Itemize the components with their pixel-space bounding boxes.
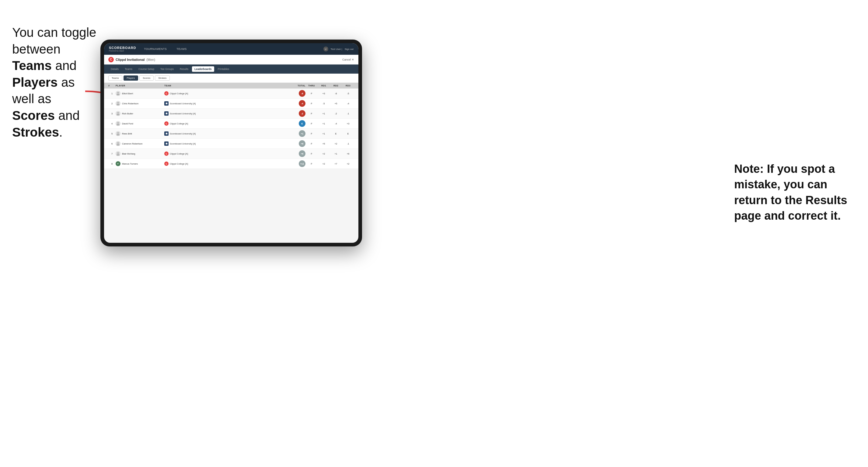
user-avatar: U	[323, 46, 328, 52]
rd2: +1	[330, 152, 342, 155]
rank: 1	[108, 92, 116, 95]
rd3: -5	[342, 92, 354, 95]
col-rd2: RD2	[330, 84, 342, 87]
sign-out-link[interactable]: Sign out	[345, 48, 353, 51]
rd2: E	[330, 132, 342, 135]
total-cell: E	[287, 120, 306, 127]
rd3: -1	[342, 112, 354, 115]
col-rank: #	[108, 84, 116, 87]
rd1: +1	[318, 132, 330, 135]
rd3: -4	[342, 102, 354, 105]
player-cell: Chris Robertson	[116, 101, 164, 106]
thru: F	[306, 102, 318, 105]
col-rd3: RD3	[342, 84, 354, 87]
team-logo: ▦	[164, 111, 168, 116]
player-name: David Ford	[122, 122, 133, 125]
toggle-scores[interactable]: Scores	[140, 75, 154, 81]
subnav-tee-groups[interactable]: Tee Groups	[158, 66, 176, 72]
svg-point-3	[118, 112, 119, 114]
rd3: +3	[342, 122, 354, 125]
player-avatar	[116, 101, 121, 106]
col-total: TOTAL	[287, 84, 306, 87]
total-cell: +6	[287, 150, 306, 157]
team-logo: ▦	[164, 131, 168, 136]
tablet-screen: SCOREBOARD Powered by clippd TOURNAMENTS…	[104, 43, 359, 243]
thru: F	[306, 152, 318, 155]
team-name: Scoreboard University [A]	[170, 143, 196, 145]
table-row[interactable]: 7 Blair McHarg C Clippd College [A] +6 F…	[104, 149, 359, 159]
tablet-frame: SCOREBOARD Powered by clippd TOURNAMENTS…	[100, 39, 362, 246]
player-avatar	[116, 151, 121, 156]
player-name: Cameron Robertson	[122, 143, 143, 145]
team-logo: C	[164, 121, 168, 126]
player-name: Chris Robertson	[122, 102, 138, 105]
player-name: Elliot Ebert	[122, 92, 133, 95]
table-row[interactable]: 8 MT Marcus Turners C Clippd College [A]…	[104, 159, 359, 169]
team-cell: C Clippd College [A]	[164, 91, 287, 96]
rd2: -2	[330, 112, 342, 115]
tournament-name: Clippd Invitational	[116, 58, 145, 61]
rank: 7	[108, 152, 116, 155]
rd1: -5	[318, 102, 330, 105]
rd1: +2	[318, 162, 330, 165]
toggle-strokes[interactable]: Strokes	[155, 75, 170, 81]
rd2: +7	[330, 162, 342, 165]
col-rd1: RD1	[318, 84, 330, 87]
header-right: U Test User | Sign out	[323, 46, 353, 52]
player-cell: Blair McHarg	[116, 151, 164, 156]
rd3: +2	[342, 162, 354, 165]
team-logo: ▦	[164, 101, 168, 105]
col-player: PLAYER	[116, 84, 164, 87]
rd2: +5	[330, 102, 342, 105]
player-avatar: MT	[116, 161, 121, 166]
total-cell: +1	[287, 130, 306, 137]
rd3: E	[342, 132, 354, 135]
team-cell: ▦ Scoreboard University [A]	[164, 131, 287, 136]
player-name: Rees Britt	[122, 132, 132, 135]
table-row[interactable]: 3 Rich Butler ▦ Scoreboard University [A…	[104, 108, 359, 119]
team-cell: C Clippd College [A]	[164, 161, 287, 166]
rd1: +5	[318, 143, 330, 145]
rd2: -6	[330, 92, 342, 95]
table-row[interactable]: 2 Chris Robertson ▦ Scoreboard Universit…	[104, 99, 359, 108]
svg-point-6	[118, 143, 119, 144]
team-name: Scoreboard University [A]	[170, 132, 196, 135]
rd1: +3	[318, 92, 330, 95]
cancel-button[interactable]: Cancel ✕	[342, 58, 354, 61]
svg-point-2	[118, 102, 119, 104]
nav-teams[interactable]: TEAMS	[175, 46, 189, 52]
subnav-printables[interactable]: Printables	[215, 66, 232, 72]
rank: 6	[108, 143, 116, 145]
table-row[interactable]: 5 Rees Britt ▦ Scoreboard University [A]…	[104, 129, 359, 139]
total-cell: -8	[287, 90, 306, 97]
player-cell: David Ford	[116, 121, 164, 126]
score-badge: +1	[299, 130, 306, 137]
table-row[interactable]: 1 Elliot Ebert C Clippd College [A] -8 F…	[104, 89, 359, 99]
app-header: SCOREBOARD Powered by clippd TOURNAMENTS…	[104, 43, 359, 55]
team-name: Clippd College [A]	[170, 122, 188, 125]
team-logo: ▦	[164, 142, 168, 146]
svg-point-7	[118, 152, 119, 154]
thru: F	[306, 162, 318, 165]
toggle-teams[interactable]: Teams	[108, 75, 122, 81]
subnav-course-setup[interactable]: Course Setup	[136, 66, 157, 72]
subnav-results[interactable]: Results	[177, 66, 191, 72]
table-row[interactable]: 6 Cameron Robertson ▦ Scoreboard Univers…	[104, 139, 359, 149]
player-avatar	[116, 131, 121, 136]
team-cell: ▦ Scoreboard University [A]	[164, 101, 287, 105]
score-badge: -2	[299, 110, 306, 117]
subnav-teams[interactable]: Teams	[122, 66, 135, 72]
team-name: Clippd College [A]	[170, 92, 188, 95]
svg-point-5	[118, 132, 119, 134]
rank: 2	[108, 102, 116, 105]
rd1: +1	[318, 112, 330, 115]
toggle-players[interactable]: Players	[124, 75, 138, 81]
table-row[interactable]: 4 David Ford C Clippd College [A] E F +1…	[104, 119, 359, 129]
toggle-bar: Teams Players Scores Strokes	[104, 74, 359, 83]
subnav-details[interactable]: Details	[108, 66, 121, 72]
rd1: +1	[318, 122, 330, 125]
rd3: -1	[342, 143, 354, 145]
subnav-leaderboards[interactable]: Leaderboards	[192, 66, 214, 72]
score-badge: E	[299, 120, 306, 127]
nav-tournaments[interactable]: TOURNAMENTS	[142, 46, 168, 52]
